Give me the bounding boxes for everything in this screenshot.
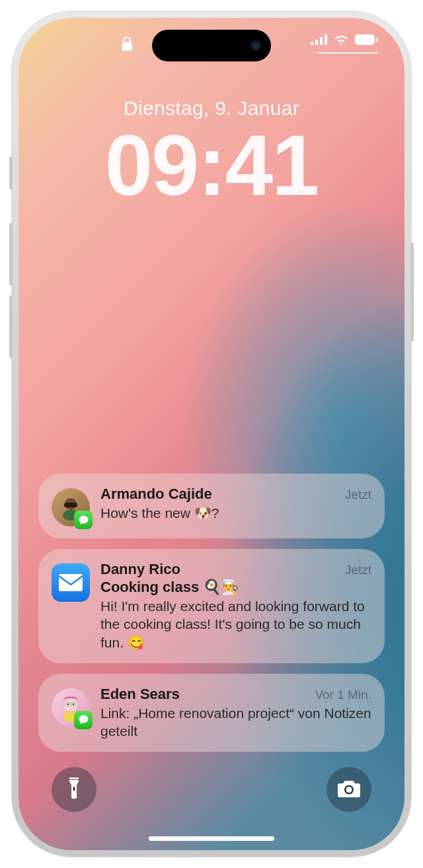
cellular-signal-icon: [311, 34, 328, 45]
notification-sender: Danny Rico: [100, 561, 180, 578]
notification-sender: Armando Cajide: [100, 486, 212, 503]
lock-screen-date: Dienstag, 9. Januar: [19, 97, 404, 120]
volume-down-button[interactable]: [9, 295, 13, 358]
status-underline: [317, 52, 378, 54]
notification-time: Jetzt: [345, 563, 371, 577]
notification-sender: Eden Sears: [100, 686, 180, 703]
battery-icon: [354, 34, 378, 46]
notification-item[interactable]: Eden Sears Vor 1 Min. Link: „Home renova…: [38, 674, 385, 752]
status-bar-right: [311, 34, 378, 46]
notification-item[interactable]: Armando Cajide Jetzt How's the new 🐶?: [38, 474, 385, 538]
svg-rect-8: [64, 503, 77, 507]
svg-rect-3: [320, 37, 323, 45]
svg-rect-0: [122, 42, 132, 51]
mail-app-icon: [52, 563, 90, 602]
notification-body: Hi! I'm really excited and looking forwa…: [100, 597, 371, 651]
lock-icon: [121, 36, 133, 55]
svg-rect-6: [376, 38, 378, 42]
notification-subject: Cooking class 🍳👨‍🍳: [100, 579, 371, 596]
volume-up-button[interactable]: [9, 223, 13, 285]
camera-icon: [337, 778, 361, 801]
flashlight-icon: [67, 776, 81, 803]
notifications-stack: Armando Cajide Jetzt How's the new 🐶?: [38, 474, 385, 752]
front-camera: [250, 40, 262, 52]
svg-point-18: [79, 715, 88, 723]
lock-screen-time: 09:41: [19, 122, 404, 208]
notification-item[interactable]: Danny Rico Jetzt Cooking class 🍳👨‍🍳 Hi! …: [38, 549, 385, 663]
camera-button[interactable]: [327, 767, 371, 812]
notification-time: Jetzt: [345, 488, 371, 502]
svg-rect-11: [59, 574, 83, 591]
svg-point-15: [67, 703, 69, 705]
wifi-icon: [333, 34, 349, 46]
silence-switch[interactable]: [9, 157, 13, 190]
svg-rect-4: [325, 34, 327, 45]
dynamic-island[interactable]: [152, 30, 271, 61]
svg-point-16: [73, 703, 75, 705]
notification-time: Vor 1 Min.: [315, 688, 371, 702]
notification-body: Link: „Home renovation project“ von Noti…: [100, 704, 371, 741]
messages-app-badge-icon: [74, 511, 93, 529]
iphone-device-frame: Dienstag, 9. Januar 09:41: [12, 11, 411, 857]
home-indicator[interactable]: [149, 836, 274, 841]
notification-body: How's the new 🐶?: [100, 504, 371, 522]
svg-point-22: [346, 787, 352, 793]
svg-rect-19: [73, 787, 75, 791]
messages-app-badge-icon: [74, 711, 93, 729]
svg-rect-5: [355, 34, 375, 45]
svg-rect-1: [311, 42, 313, 45]
lock-screen: Dienstag, 9. Januar 09:41: [19, 18, 404, 850]
power-button[interactable]: [410, 242, 414, 342]
flashlight-button[interactable]: [52, 767, 96, 812]
svg-point-10: [79, 515, 88, 523]
svg-rect-2: [315, 40, 318, 45]
